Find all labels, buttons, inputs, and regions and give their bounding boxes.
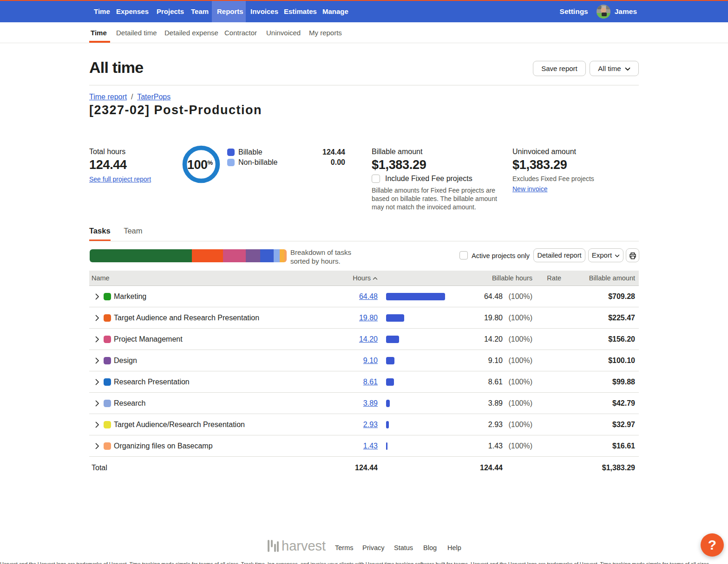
- svg-text:harvest: harvest: [282, 538, 326, 553]
